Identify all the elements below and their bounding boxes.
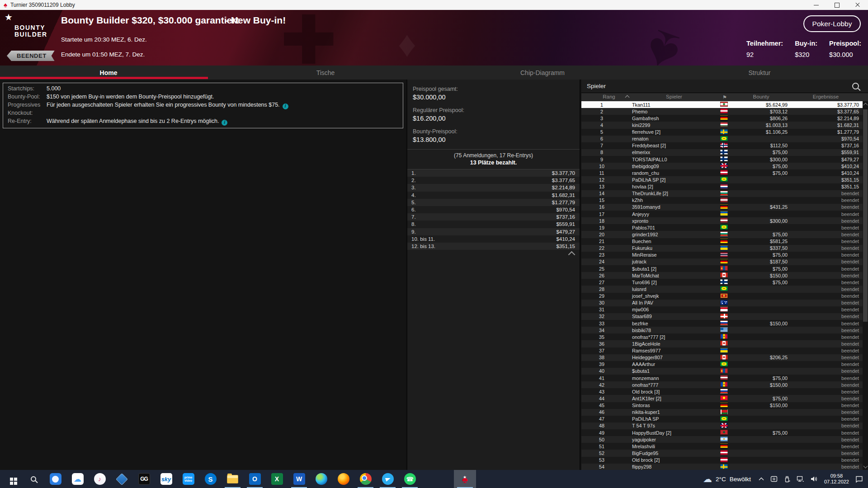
table-row[interactable]: 5flerrehuve [2]$1.106,25$1.277,79 [581,129,863,136]
table-row[interactable]: 27Turo696 [2]$75,00beendet [581,279,863,286]
taskbar-start-button[interactable] [0,470,22,488]
search-icon[interactable] [852,83,859,89]
scroll-down-icon[interactable] [863,464,868,469]
network-icon[interactable] [793,470,807,488]
table-row[interactable]: 163591omanyd$431,25beendet [581,204,863,211]
tab-struktur[interactable]: Struktur [651,66,868,80]
table-row[interactable]: 6renaton$970,54 [581,136,863,142]
hidden-icons-chevron[interactable] [755,470,767,488]
taskbar-chrome-button[interactable] [354,470,377,488]
table-row[interactable]: 53Old brock [2]beendet [581,457,863,464]
volume-icon[interactable] [807,470,821,488]
table-row[interactable]: 21Buechen$581,25beendet [581,238,863,245]
taskbar-ggpoker-button[interactable]: GG [133,470,155,488]
table-row[interactable]: 49HappyBustDay [2]$75,00beendet [581,429,863,436]
taskbar-pokerstars-button[interactable]: ♠★ [454,470,476,488]
table-row[interactable]: 8elmerixx$75,00$559,91 [581,149,863,156]
table-row[interactable]: 9TORSTAIPALL0$300,00$479,27 [581,156,863,163]
screen-cast-icon[interactable] [767,470,781,488]
column-bounty[interactable]: Bounty [740,94,783,99]
table-row[interactable]: 34bisbiki78beendet [581,327,863,333]
table-row[interactable]: 43Old brock [3]beendet [581,388,863,395]
table-row[interactable]: 40$ubuta1beendet [581,368,863,375]
column-player[interactable]: Spieler [640,94,708,99]
table-row[interactable]: 23MinReraise$75,00beendet [581,252,863,258]
table-row[interactable]: 32Staar689beendet [581,313,863,320]
table-row[interactable]: 39AAAArthurbeendet [581,361,863,368]
taskbar-clock[interactable]: 09:58 07.12.2022 [821,470,852,488]
table-row[interactable]: 361BigAceHolebeendet [581,340,863,347]
table-row[interactable]: 35onofras*777 [2]beendet [581,333,863,340]
table-row[interactable]: 44Ant1K1ller [2]$75,00beendet [581,395,863,402]
table-row[interactable]: 26MarToMchat$150,00beendet [581,272,863,279]
taskbar-icloud-button[interactable]: ☁ [66,470,89,488]
taskbar-firefox-button[interactable] [332,470,354,488]
table-row[interactable]: 4kini2299$1.003,13$1.682,31 [581,122,863,128]
table-row[interactable]: 33bezfrke$150,00beendet [581,320,863,327]
table-row[interactable]: 3Gambafresh$806,26$2.214,89 [581,115,863,122]
table-row[interactable]: 48T 54 T 97sbeendet [581,422,863,429]
taskbar-word-button[interactable]: W [288,470,310,488]
table-row[interactable]: 45Sintoras$150,00beendet [581,402,863,409]
minimize-button[interactable] [806,0,826,10]
table-row[interactable]: 15kZhhbeendet [581,197,863,204]
table-row[interactable]: 29josef_shvejkbeendet [581,293,863,300]
tab-chip-diagramm[interactable]: Chip-Diagramm [434,66,651,80]
taskbar-skype-button[interactable]: S [199,470,222,488]
table-row[interactable]: 51Mrelashvilibeendet [581,443,863,450]
taskbar-outlook-button[interactable]: O [244,470,266,488]
table-row[interactable]: 14TheDrunkLife [2]beendet [581,190,863,197]
table-row[interactable]: 42onofras*777$150,00beendet [581,381,863,388]
table-row[interactable]: 22Fukuruku$337,50beendet [581,245,863,252]
taskbar-file-explorer-button[interactable] [222,470,244,488]
tab-tische[interactable]: Tische [217,66,434,80]
taskbar-sky-button[interactable]: sky [155,470,177,488]
taskbar-poker-diamond-button[interactable] [111,470,133,488]
info-icon[interactable]: i [222,120,227,126]
table-row[interactable]: 13hovlaa [2]$351,15 [581,183,863,190]
taskbar-excel-button[interactable]: X [266,470,288,488]
table-row[interactable]: 52BigFudge95beendet [581,450,863,456]
table-row[interactable]: 24jutrack$187,50beendet [581,258,863,265]
taskbar-edge-button[interactable] [310,470,332,488]
taskbar-prime-video-button[interactable]: prime video [177,470,199,488]
table-row[interactable]: 41monzemann$75,00beendet [581,375,863,381]
table-row[interactable]: 47PaDiLhA SPbeendet [581,416,863,422]
taskbar-telegram-button[interactable] [377,470,399,488]
table-row[interactable]: 20grinder1992$75,00beendet [581,231,863,238]
close-button[interactable] [847,0,868,10]
info-icon[interactable]: i [283,103,288,109]
table-row[interactable]: 31mjw006beendet [581,306,863,313]
collapse-chevron-icon[interactable] [568,251,576,258]
weather-widget[interactable]: ☁ 2°C Bewölkt [698,474,755,484]
taskbar-itunes-button[interactable]: ♪ [89,470,111,488]
usb-device-icon[interactable] [781,470,793,488]
table-row[interactable]: 1Tkan111$5.624,99$3.377,70 [581,101,863,108]
poker-lobby-button[interactable]: Poker-Lobby [803,15,861,32]
column-rank[interactable]: Rang [595,94,623,99]
table-row[interactable]: 30All In PAVbeendet [581,300,863,306]
table-row[interactable]: 37Ramses9977beendet [581,347,863,354]
players-scrollbar[interactable] [863,101,868,470]
favorite-star-icon[interactable]: ★ [5,12,13,23]
table-row[interactable]: 19Pablos701beendet [581,224,863,231]
column-results[interactable]: Ergebnisse [802,94,849,99]
table-row[interactable]: 11random_chu$75,00$410,24 [581,169,863,176]
table-row[interactable]: 7Freddybeast [2]$112,50$737,16 [581,142,863,149]
table-row[interactable]: 46nikita-kuper1beendet [581,409,863,416]
table-row[interactable]: 18xpronto$300,00beendet [581,217,863,224]
table-row[interactable]: 54flippy298beendet [581,464,863,470]
table-row[interactable]: 50yaguipokerbeendet [581,436,863,443]
table-row[interactable]: 12PaDiLhA SP [2]$351,15 [581,176,863,183]
action-center-icon[interactable] [852,470,866,488]
taskbar-search-button[interactable] [22,470,44,488]
taskbar-messages-button[interactable] [44,470,66,488]
scrollbar-thumb[interactable] [863,109,868,322]
table-row[interactable]: 10thebigdog09$75,00$410,24 [581,163,863,169]
table-row[interactable]: 38Heidegger807$206,25beendet [581,354,863,361]
scroll-up-icon[interactable] [863,103,868,108]
taskbar-whatsapp-button[interactable]: ☎ [399,470,421,488]
table-row[interactable]: 28luisnrdbeendet [581,286,863,292]
restore-button[interactable] [826,0,847,10]
table-row[interactable]: 17Anjeyyybeendet [581,211,863,217]
